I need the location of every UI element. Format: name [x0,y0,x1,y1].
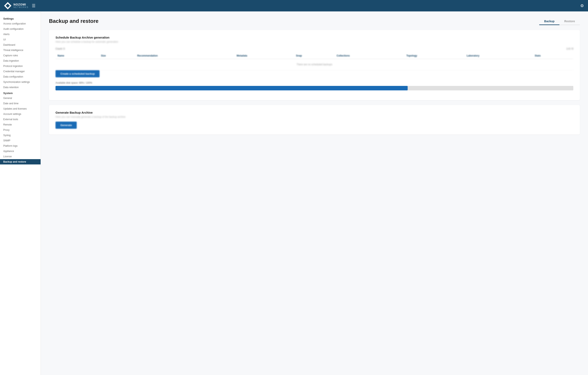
storage-section: Available disk space: 68% / 100% [55,81,573,90]
scheduled-backup-table: Name Size Recommendation Metadata Snap C… [55,53,573,70]
topnav-left: NOZOMI NETWORKS ☰ [4,2,35,9]
sidebar-item-audit-configuration[interactable]: Audit configuration [0,26,41,32]
sidebar-item-data-configuration[interactable]: Data configuration [0,74,41,79]
sidebar-item-data-retention[interactable]: Data retention [0,85,41,90]
hamburger-button[interactable]: ☰ [32,3,35,8]
generate-backup-card: Generate Backup Archive Here you can man… [49,105,580,135]
sidebar-item-general[interactable]: General [0,95,41,101]
col-snap: Snap [294,53,335,59]
sidebar-item-platform-logs[interactable]: Platform logs [0,143,41,148]
sidebar-item-protocol-ingestion[interactable]: Protocol ingestion [0,63,41,69]
table-controls: Count: 0 1-0 / 0 [55,47,573,50]
settings-section-label: Settings [0,16,41,21]
sidebar-item-alerts[interactable]: Alerts [0,32,41,37]
sidebar-item-ui[interactable]: UI [0,37,41,42]
storage-label: Available disk space: 68% / 100% [55,81,573,84]
sidebar-item-proxy[interactable]: Proxy [0,127,41,133]
col-recommendation: Recommendation [135,53,234,59]
main-content: Backup and restore Backup Restore Schedu… [41,11,588,375]
sidebar-item-capture-rules[interactable]: Capture rules [0,53,41,58]
scheduled-backup-card: Schedule Backup Archive generation Here … [49,30,580,100]
sidebar-item-threat-intelligence[interactable]: Threat intelligence [0,48,41,53]
tabs: Backup Restore [539,18,580,25]
sidebar-item-remote[interactable]: Remote [0,122,41,127]
topnav: NOZOMI NETWORKS ☰ ⚙ [0,0,588,11]
sidebar-item-dashboard[interactable]: Dashboard [0,42,41,48]
storage-bar-container [55,86,573,90]
col-laboratory: Laboratory [465,53,533,59]
system-section-label: System [0,90,41,95]
table-row: There are no scheduled backups [55,59,573,70]
logo-diamond [4,2,11,9]
sidebar-item-snmp[interactable]: SNMP [0,138,41,143]
logo: NOZOMI NETWORKS [4,2,29,9]
col-size: Size [99,53,135,59]
col-name: Name [55,53,99,59]
sidebar-item-appliance[interactable]: Appliance [0,148,41,154]
generate-backup-button[interactable]: Generate [55,122,77,129]
page-header: Backup and restore Backup Restore [49,18,580,25]
sidebar-item-license[interactable]: License [0,154,41,159]
col-metadata: Metadata [235,53,294,59]
tab-restore[interactable]: Restore [559,18,580,25]
page-title: Backup and restore [49,18,99,24]
brand-sub: NETWORKS [13,6,29,8]
sidebar-item-external-tools[interactable]: External tools [0,117,41,122]
col-stats: Stats [533,53,573,59]
brand-name: NOZOMI [13,3,29,6]
col-collections: Collections [335,53,404,59]
generate-section-subtitle: Here you can manually generate a backup … [55,115,573,118]
sidebar-item-syslog[interactable]: Syslog [0,133,41,138]
logo-inner [6,4,10,8]
col-topology: Topology [404,53,465,59]
logo-text-block: NOZOMI NETWORKS [13,3,29,8]
sidebar-item-credential-manager[interactable]: Credential manager [0,69,41,74]
create-scheduled-backup-button[interactable]: Create a scheduled backup [55,70,100,77]
sidebar-item-synchronization-settings[interactable]: Synchronization settings [0,79,41,85]
layout: Settings Access configuration Audit conf… [0,11,588,375]
storage-bar-fill [55,86,408,90]
table-pagination: 1-0 / 0 [566,47,573,50]
sidebar-item-data-ingestion[interactable]: Data ingestion [0,58,41,63]
sidebar-item-backup-and-restore[interactable]: Backup and restore [0,159,41,165]
scheduled-section-title: Schedule Backup Archive generation [55,36,573,39]
sidebar: Settings Access configuration Audit conf… [0,11,41,375]
settings-gear-button[interactable]: ⚙ [580,3,584,8]
sidebar-item-updates-and-licenses[interactable]: Updates and licenses [0,106,41,111]
scheduled-section-subtitle: Here you can schedule a backup for autom… [55,40,573,43]
table-count: Count: 0 [55,47,65,50]
generate-section-title: Generate Backup Archive [55,111,573,114]
no-data-cell: There are no scheduled backups [55,59,573,70]
sidebar-item-account-settings[interactable]: Account settings [0,111,41,117]
sidebar-item-date-and-time[interactable]: Date and time [0,101,41,106]
sidebar-item-access-configuration[interactable]: Access configuration [0,21,41,26]
tab-backup[interactable]: Backup [539,18,559,25]
